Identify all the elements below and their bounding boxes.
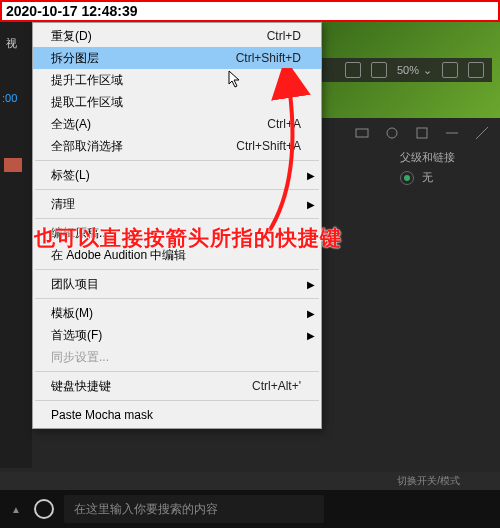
menu-select-all[interactable]: 全选(A) Ctrl+A (33, 113, 321, 135)
menu-duplicate[interactable]: 重复(D) Ctrl+D (33, 25, 321, 47)
layer-color-swatch (4, 158, 22, 172)
windows-taskbar: ▲ 在这里输入你要搜索的内容 (0, 490, 500, 528)
menu-label: 清理 (51, 196, 75, 213)
menu-shortcut: Ctrl+A (267, 117, 301, 131)
zoom-dropdown[interactable]: 50% ⌄ (397, 64, 432, 77)
menu-shortcut: Ctrl+Shift+D (236, 51, 301, 65)
menu-paste-mocha[interactable]: Paste Mocha mask (33, 404, 321, 426)
menu-shortcut: Ctrl+Alt+' (252, 379, 301, 393)
timestamp-bar: 2020-10-17 12:48:39 (0, 0, 500, 22)
search-placeholder: 在这里输入你要搜索的内容 (74, 501, 218, 518)
svg-rect-2 (417, 128, 427, 138)
viewer-toolbar: 50% ⌄ (320, 58, 492, 82)
menu-separator (35, 400, 319, 401)
taskbar-search[interactable]: 在这里输入你要搜索的内容 (64, 495, 324, 523)
mask-icon[interactable] (345, 62, 361, 78)
menu-team-project[interactable]: 团队项目 ▶ (33, 273, 321, 295)
chevron-down-icon: ⌄ (423, 64, 432, 77)
menu-label: 提升工作区域 (51, 72, 123, 89)
menu-shortcut: Ctrl+D (267, 29, 301, 43)
blend-icon[interactable] (414, 125, 430, 141)
menu-template[interactable]: 模板(M) ▶ (33, 302, 321, 324)
menu-label: 键盘快捷键 (51, 378, 111, 395)
menu-shortcut: Ctrl+Shift+A (236, 139, 301, 153)
shy-icon[interactable] (354, 125, 370, 141)
menu-separator (35, 371, 319, 372)
layer-toolbar (320, 118, 500, 148)
menu-label: Paste Mocha mask (51, 408, 153, 422)
menu-split-layer[interactable]: 拆分图层 Ctrl+Shift+D (33, 47, 321, 69)
parent-none-label: 无 (422, 170, 433, 185)
menu-purge[interactable]: 清理 ▶ (33, 193, 321, 215)
motion-blur-icon[interactable] (444, 125, 460, 141)
alpha-icon[interactable] (371, 62, 387, 78)
menu-preferences[interactable]: 首选项(F) ▶ (33, 324, 321, 346)
graph-icon[interactable] (474, 125, 490, 141)
menu-label: 全选(A) (51, 116, 91, 133)
svg-point-1 (387, 128, 397, 138)
menu-label: 模板(M) (51, 305, 93, 322)
submenu-arrow-icon: ▶ (307, 279, 315, 290)
taskbar-tray-icon[interactable]: ▲ (8, 501, 24, 517)
menu-separator (35, 269, 319, 270)
menu-label-submenu[interactable]: 标签(L) ▶ (33, 164, 321, 186)
svg-rect-0 (356, 129, 368, 137)
zoom-value: 50% (397, 64, 419, 76)
fx-icon[interactable] (384, 125, 400, 141)
menu-label: 重复(D) (51, 28, 92, 45)
submenu-arrow-icon: ▶ (307, 199, 315, 210)
menu-keyboard-shortcuts[interactable]: 键盘快捷键 Ctrl+Alt+' (33, 375, 321, 397)
menu-label: 拆分图层 (51, 50, 99, 67)
menu-label: 提取工作区域 (51, 94, 123, 111)
menu-separator (35, 298, 319, 299)
menu-label: 首选项(F) (51, 327, 102, 344)
parent-column-header: 父级和链接 (400, 150, 455, 165)
timestamp-text: 2020-10-17 12:48:39 (6, 3, 138, 19)
cursor-icon (228, 70, 244, 92)
left-chip-label: 视 (6, 36, 17, 51)
submenu-arrow-icon: ▶ (307, 170, 315, 181)
menu-label: 标签(L) (51, 167, 90, 184)
menu-label: 团队项目 (51, 276, 99, 293)
menu-separator (35, 218, 319, 219)
submenu-arrow-icon: ▶ (307, 330, 315, 341)
menu-label: 同步设置... (51, 349, 109, 366)
pickwhip-icon[interactable] (400, 171, 414, 185)
menu-lift-work-area[interactable]: 提升工作区域 (33, 69, 321, 91)
menu-separator (35, 189, 319, 190)
left-gutter (0, 22, 32, 468)
switch-mode-label[interactable]: 切换开关/模式 (397, 474, 460, 488)
menu-separator (35, 160, 319, 161)
menu-label: 全部取消选择 (51, 138, 123, 155)
submenu-arrow-icon: ▶ (307, 308, 315, 319)
menu-extract-work-area[interactable]: 提取工作区域 (33, 91, 321, 113)
grid-icon[interactable] (442, 62, 458, 78)
timeline-footer: 切换开关/模式 (0, 472, 500, 490)
camera-icon[interactable] (468, 62, 484, 78)
menu-deselect-all[interactable]: 全部取消选择 Ctrl+Shift+A (33, 135, 321, 157)
annotation-text: 也可以直接按箭头所指的快捷键 (34, 224, 342, 252)
parent-none-row[interactable]: 无 (400, 170, 433, 185)
menu-sync-settings: 同步设置... (33, 346, 321, 368)
timecode-fragment: :00 (2, 92, 17, 104)
cortana-icon[interactable] (34, 499, 54, 519)
